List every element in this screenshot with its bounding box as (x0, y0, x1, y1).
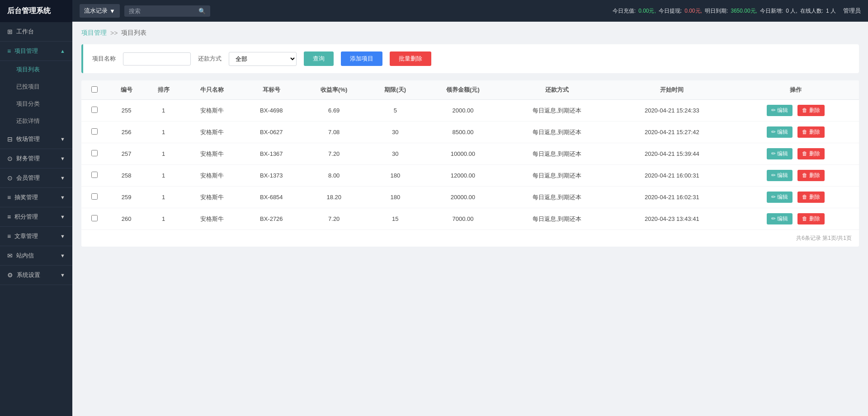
workbench-icon: ⊞ (7, 28, 13, 35)
sidebar-item-invested[interactable]: 已投项目 (0, 78, 72, 95)
filter-payment-label: 还款方式 (198, 55, 222, 63)
sidebar-item-settings[interactable]: ⚙ 系统设置 ▼ (0, 266, 72, 285)
user-menu[interactable]: 管理员 (843, 7, 861, 15)
select-all-checkbox[interactable] (91, 86, 98, 93)
sidebar-item-farm[interactable]: ⊟ 牧场管理 ▼ (0, 130, 72, 149)
edit-button[interactable]: ✏ 编辑 (767, 148, 793, 159)
sidebar-item-label: 工作台 (16, 28, 34, 36)
row-select-checkbox[interactable] (91, 150, 98, 156)
row-name: 安格斯牛 (182, 165, 242, 187)
sidebar-item-repayment-detail[interactable]: 还款详情 (0, 112, 72, 130)
row-rate: 7.20 (301, 208, 367, 230)
table-header-period: 期限(天) (367, 80, 423, 100)
edit-button[interactable]: ✏ 编辑 (767, 105, 793, 116)
row-amount: 20000.00 (423, 187, 502, 208)
chevron-down-icon: ▼ (60, 234, 65, 239)
sidebar-item-points[interactable]: ≡ 积分管理 ▼ (0, 207, 72, 227)
flow-dropdown[interactable]: 流水记录 ▼ (80, 4, 120, 18)
chevron-down-icon: ▼ (60, 136, 65, 142)
sidebar: 后台管理系统 ⊞ 工作台 ≡ 项目管理 ▲ 项目列表 已投项目 项目分类 还款详… (0, 0, 72, 416)
delete-button[interactable]: 🗑 删除 (797, 213, 824, 224)
message-icon: ✉ (7, 252, 13, 259)
table-row: 259 1 安格斯牛 BX-6854 18.20 180 20000.00 每日… (81, 187, 859, 208)
row-amount: 2000.00 (423, 100, 502, 122)
row-amount: 8500.00 (423, 122, 502, 143)
table-row: 257 1 安格斯牛 BX-1367 7.20 30 10000.00 每日返息… (81, 143, 859, 165)
content-area: 项目管理 >> 项目列表 项目名称 还款方式 全部 每日返息,到期还本 到期还本… (72, 22, 868, 416)
chevron-down-icon: ▼ (60, 253, 65, 258)
article-icon: ≡ (7, 233, 11, 240)
row-sort: 1 (145, 187, 182, 208)
row-select-checkbox[interactable] (91, 193, 98, 200)
sidebar-item-project[interactable]: ≡ 项目管理 ▲ (0, 42, 72, 61)
row-id: 259 (108, 187, 145, 208)
sidebar-item-member[interactable]: ⊙ 会员管理 ▼ (0, 168, 72, 188)
chevron-down-icon: ▼ (60, 175, 65, 181)
edit-button[interactable]: ✏ 编辑 (767, 213, 793, 224)
delete-button[interactable]: 🗑 删除 (797, 126, 824, 138)
row-name: 安格斯牛 (182, 187, 242, 208)
sidebar-item-article[interactable]: ≡ 文章管理 ▼ (0, 227, 72, 246)
row-name: 安格斯牛 (182, 143, 242, 165)
table-header-start: 开始时间 (612, 80, 732, 100)
breadcrumb-parent[interactable]: 项目管理 (81, 29, 107, 37)
row-sort: 1 (145, 122, 182, 143)
dropdown-arrow-icon: ▼ (109, 8, 115, 14)
row-select-checkbox[interactable] (91, 215, 98, 221)
edit-button[interactable]: ✏ 编辑 (767, 126, 793, 138)
sidebar-item-lottery[interactable]: ≡ 抽奖管理 ▼ (0, 188, 72, 207)
payment-select-wrapper: 全部 每日返息,到期还本 到期还本付息 (229, 52, 297, 66)
row-period: 180 (367, 165, 423, 187)
sidebar-item-label: 财务管理 (16, 154, 40, 163)
table-header-amount: 领养金额(元) (423, 80, 502, 100)
row-start-time: 2020-04-21 15:24:33 (612, 100, 732, 122)
search-input[interactable] (129, 8, 197, 14)
row-start-time: 2020-04-21 15:39:44 (612, 143, 732, 165)
row-start-time: 2020-04-21 16:02:31 (612, 187, 732, 208)
row-actions: ✏ 编辑 🗑 删除 (732, 165, 859, 187)
filter-name-input[interactable] (123, 52, 191, 65)
data-table-container: 编号 排序 牛只名称 耳标号 收益率(%) 期限(天) 领养金额(元) 还款方式… (81, 80, 859, 247)
filter-name-label: 项目名称 (92, 55, 116, 63)
row-sort: 1 (145, 165, 182, 187)
edit-button[interactable]: ✏ 编辑 (767, 192, 793, 203)
filter-bar: 项目名称 还款方式 全部 每日返息,到期还本 到期还本付息 查询 添加项目 批量… (81, 44, 859, 73)
chevron-down-icon: ▼ (60, 214, 65, 220)
row-select-checkbox[interactable] (91, 128, 98, 135)
row-period: 30 (367, 122, 423, 143)
sidebar-item-label: 文章管理 (14, 232, 38, 240)
delete-button[interactable]: 🗑 删除 (797, 105, 824, 116)
tomorrow-value: 3650.00元, (731, 7, 757, 15)
sidebar-item-message[interactable]: ✉ 站内信 ▼ (0, 246, 72, 266)
add-project-button[interactable]: 添加项目 (341, 51, 382, 66)
payment-select[interactable]: 全部 每日返息,到期还本 到期还本付息 (229, 52, 297, 66)
online-label: 在线人数: (800, 7, 823, 15)
row-select-checkbox[interactable] (91, 107, 98, 113)
stats-bar: 今日充值: 0.00元, 今日提现: 0.00元, 明日到期: 3650.00元… (613, 7, 861, 15)
row-checkbox (81, 187, 108, 208)
sidebar-item-project-list[interactable]: 项目列表 (0, 61, 72, 78)
row-amount: 12000.00 (423, 165, 502, 187)
delete-button[interactable]: 🗑 删除 (797, 148, 824, 159)
project-table: 编号 排序 牛只名称 耳标号 收益率(%) 期限(天) 领养金额(元) 还款方式… (81, 80, 859, 230)
row-start-time: 2020-04-21 15:27:42 (612, 122, 732, 143)
online-value: 1 人 (826, 7, 836, 15)
delete-button[interactable]: 🗑 删除 (797, 170, 824, 181)
sidebar-item-finance[interactable]: ⊙ 财务管理 ▼ (0, 149, 72, 168)
farm-icon: ⊟ (7, 136, 13, 143)
row-checkbox (81, 208, 108, 230)
table-header-checkbox (81, 80, 108, 100)
row-select-checkbox[interactable] (91, 172, 98, 178)
delete-button[interactable]: 🗑 删除 (797, 192, 824, 203)
table-footer: 共6条记录 第1页/共1页 (81, 230, 859, 247)
batch-delete-button[interactable]: 批量删除 (390, 51, 431, 66)
row-id: 260 (108, 208, 145, 230)
project-icon: ≡ (7, 47, 11, 55)
query-button[interactable]: 查询 (304, 51, 334, 66)
table-header-rate: 收益率(%) (301, 80, 367, 100)
row-id: 256 (108, 122, 145, 143)
edit-button[interactable]: ✏ 编辑 (767, 170, 793, 181)
row-start-time: 2020-04-21 16:00:31 (612, 165, 732, 187)
sidebar-item-workbench[interactable]: ⊞ 工作台 (0, 22, 72, 42)
sidebar-item-project-category[interactable]: 项目分类 (0, 95, 72, 112)
